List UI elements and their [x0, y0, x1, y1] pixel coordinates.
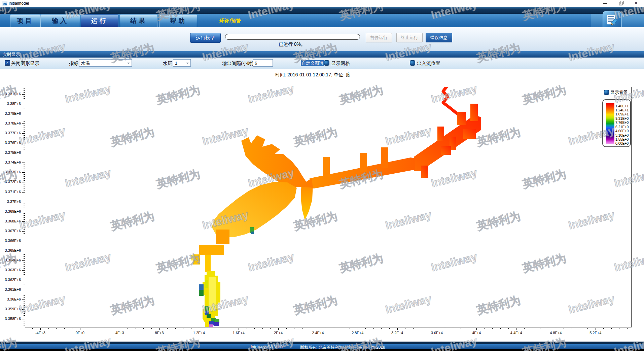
y-tick-label: 3.367E+6 [1, 229, 21, 233]
x-tick-label: 3.2E+4 [387, 331, 408, 335]
pause-run-button[interactable]: 暂停运行 [366, 33, 392, 42]
x-tick-minor [413, 328, 414, 329]
reach-ne-stub1 [470, 104, 478, 121]
y-tick-major [22, 290, 25, 290]
x-tick-minor [262, 328, 263, 329]
x-tick-minor [627, 328, 628, 329]
x-tick-major [159, 328, 160, 330]
y-tick-minor [24, 165, 25, 165]
show-grid-label: 显示网格 [331, 61, 350, 67]
y-tick-minor [24, 282, 25, 282]
layer-select[interactable]: 1 [173, 59, 191, 67]
x-tick-major [596, 328, 596, 330]
y-tick-minor [24, 235, 25, 235]
layer-label: 水层 [163, 61, 172, 67]
y-tick-major [22, 270, 25, 271]
x-tick-label: 1.6E+4 [228, 331, 249, 335]
edit-notes-button[interactable] [603, 11, 622, 29]
tab-4[interactable]: 结果 [120, 14, 157, 27]
y-tick-label: 3.375E+6 [1, 150, 21, 154]
y-tick-minor [24, 174, 25, 175]
close-button[interactable]: × [629, 0, 643, 7]
minimize-button[interactable] [598, 0, 612, 7]
x-tick-minor [373, 328, 374, 329]
x-tick-minor [350, 328, 350, 329]
close-graph-checkbox[interactable]: ✓ [5, 60, 10, 66]
tab-1[interactable]: 项目 [10, 14, 40, 27]
y-tick-label: 3.369E+6 [1, 209, 21, 213]
tab-5[interactable]: 帮助 [159, 14, 197, 27]
y-tick-label: 3.358E+6 [1, 317, 21, 321]
y-tick-minor [24, 204, 25, 204]
x-tick-minor [485, 328, 485, 329]
tab-2[interactable]: 输入 [40, 14, 80, 27]
flow-position-checkbox[interactable] [410, 60, 415, 66]
window-title: initialmodel [9, 1, 29, 6]
y-tick-minor [24, 225, 25, 225]
indicator-select[interactable]: 水温 [79, 59, 132, 67]
y-tick-minor [24, 288, 25, 288]
y-tick-minor [24, 307, 25, 308]
x-tick-minor [104, 328, 104, 329]
x-tick-minor [492, 328, 493, 329]
show-grid-checkbox[interactable] [324, 60, 329, 66]
y-tick-minor [24, 305, 25, 306]
interval-input[interactable] [253, 59, 273, 67]
y-tick-label: 3.374E+6 [1, 160, 21, 164]
y-tick-minor [24, 219, 25, 220]
y-tick-minor [24, 208, 25, 208]
y-tick-minor [24, 284, 25, 284]
y-tick-minor [24, 254, 25, 255]
show-background-checkbox[interactable] [604, 90, 609, 95]
y-tick-minor [24, 292, 25, 292]
y-tick-label: 3.36E+6 [1, 297, 21, 301]
y-tick-minor [24, 256, 25, 257]
y-tick-minor [24, 137, 25, 138]
y-tick-minor [24, 272, 25, 273]
y-tick-minor [24, 96, 25, 97]
y-tick-minor [24, 190, 25, 190]
stop-run-button[interactable]: 终止运行 [396, 33, 423, 42]
y-tick-major [22, 104, 25, 104]
run-progress-bar [225, 34, 360, 40]
legend-value: 1.24E+1 [615, 108, 629, 112]
statusbar: Intelway-AW V1.0 版权所有: 北京英特利为环境科技有限公司 20… [0, 344, 644, 349]
tab-env-warning[interactable]: 环评/预警 [219, 18, 241, 24]
y-tick-minor [24, 112, 25, 112]
run-model-button[interactable]: 运行模型 [190, 33, 221, 43]
y-tick-major [22, 124, 25, 124]
x-tick-minor [175, 328, 176, 329]
tab-3[interactable]: 运行 [81, 14, 118, 27]
y-tick-minor [24, 131, 25, 132]
y-tick-minor [24, 171, 25, 171]
legend-color-scale [606, 103, 614, 144]
x-tick-minor [611, 328, 612, 329]
error-info-button[interactable]: 错误信息 [426, 33, 452, 42]
y-tick-major [22, 309, 25, 310]
y-tick-major [22, 280, 25, 280]
speck-green2 [205, 306, 209, 311]
y-tick-minor [24, 247, 25, 247]
y-tick-minor [24, 227, 25, 227]
x-tick-major [199, 328, 199, 330]
restore-button[interactable] [613, 0, 628, 7]
x-tick-minor [48, 328, 49, 329]
hanging-blob [301, 183, 313, 220]
y-tick-major [22, 251, 25, 251]
y-tick-minor [24, 325, 25, 325]
speck-green3 [207, 314, 211, 318]
y-tick-minor [24, 200, 25, 200]
y-tick-minor [24, 268, 25, 269]
y-tick-minor [24, 297, 25, 298]
y-tick-label: 3.361E+6 [1, 287, 21, 291]
x-tick-minor [32, 328, 33, 329]
x-tick-minor [469, 328, 469, 329]
x-tick-minor [247, 328, 247, 329]
reach-ne-stub2 [457, 112, 466, 125]
x-tick-minor [381, 328, 382, 329]
x-tick-minor [254, 328, 255, 329]
x-tick-minor [580, 328, 580, 329]
custom-palette-link[interactable]: 自定义图谱 [301, 60, 324, 66]
y-tick-major [22, 212, 25, 212]
y-tick-minor [24, 194, 25, 194]
